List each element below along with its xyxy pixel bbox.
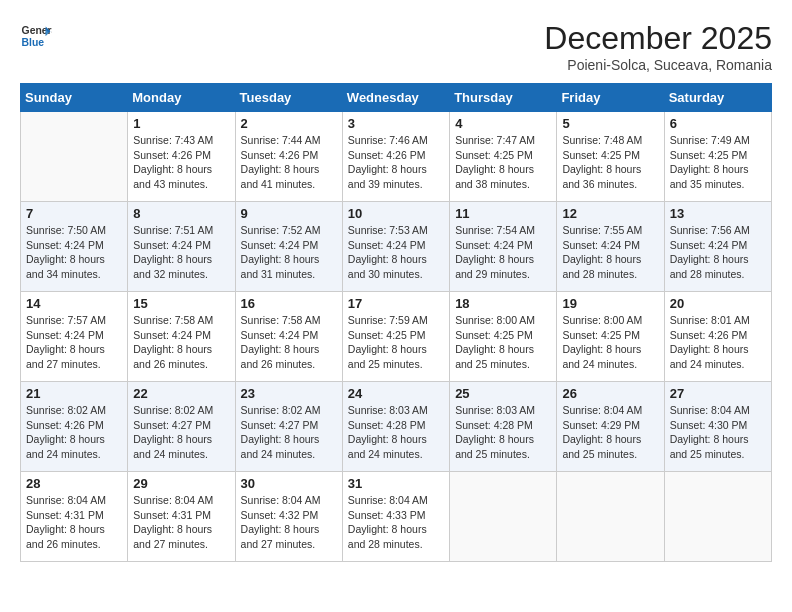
day-number: 24 [348, 386, 444, 401]
cell-info: Sunrise: 8:01 AMSunset: 4:26 PMDaylight:… [670, 313, 766, 372]
cell-info: Sunrise: 8:02 AMSunset: 4:27 PMDaylight:… [241, 403, 337, 462]
calendar-cell: 5Sunrise: 7:48 AMSunset: 4:25 PMDaylight… [557, 112, 664, 202]
calendar-cell: 7Sunrise: 7:50 AMSunset: 4:24 PMDaylight… [21, 202, 128, 292]
calendar-cell: 28Sunrise: 8:04 AMSunset: 4:31 PMDayligh… [21, 472, 128, 562]
calendar-cell: 19Sunrise: 8:00 AMSunset: 4:25 PMDayligh… [557, 292, 664, 382]
calendar-cell: 17Sunrise: 7:59 AMSunset: 4:25 PMDayligh… [342, 292, 449, 382]
cell-info: Sunrise: 8:00 AMSunset: 4:25 PMDaylight:… [455, 313, 551, 372]
cell-info: Sunrise: 7:48 AMSunset: 4:25 PMDaylight:… [562, 133, 658, 192]
page-header: General Blue December 2025 Poieni-Solca,… [20, 20, 772, 73]
cell-info: Sunrise: 8:00 AMSunset: 4:25 PMDaylight:… [562, 313, 658, 372]
weekday-header-row: SundayMondayTuesdayWednesdayThursdayFrid… [21, 84, 772, 112]
day-number: 27 [670, 386, 766, 401]
day-number: 29 [133, 476, 229, 491]
day-number: 8 [133, 206, 229, 221]
day-number: 13 [670, 206, 766, 221]
day-number: 7 [26, 206, 122, 221]
calendar-cell: 2Sunrise: 7:44 AMSunset: 4:26 PMDaylight… [235, 112, 342, 202]
cell-info: Sunrise: 7:58 AMSunset: 4:24 PMDaylight:… [133, 313, 229, 372]
cell-info: Sunrise: 8:04 AMSunset: 4:29 PMDaylight:… [562, 403, 658, 462]
day-number: 23 [241, 386, 337, 401]
day-number: 28 [26, 476, 122, 491]
calendar-cell: 10Sunrise: 7:53 AMSunset: 4:24 PMDayligh… [342, 202, 449, 292]
calendar-cell: 6Sunrise: 7:49 AMSunset: 4:25 PMDaylight… [664, 112, 771, 202]
weekday-header-friday: Friday [557, 84, 664, 112]
calendar-cell [557, 472, 664, 562]
title-block: December 2025 Poieni-Solca, Suceava, Rom… [544, 20, 772, 73]
cell-info: Sunrise: 7:57 AMSunset: 4:24 PMDaylight:… [26, 313, 122, 372]
cell-info: Sunrise: 8:02 AMSunset: 4:26 PMDaylight:… [26, 403, 122, 462]
cell-info: Sunrise: 7:52 AMSunset: 4:24 PMDaylight:… [241, 223, 337, 282]
calendar-week-row: 1Sunrise: 7:43 AMSunset: 4:26 PMDaylight… [21, 112, 772, 202]
day-number: 11 [455, 206, 551, 221]
calendar-cell: 27Sunrise: 8:04 AMSunset: 4:30 PMDayligh… [664, 382, 771, 472]
calendar-cell [450, 472, 557, 562]
calendar-cell: 3Sunrise: 7:46 AMSunset: 4:26 PMDaylight… [342, 112, 449, 202]
cell-info: Sunrise: 8:04 AMSunset: 4:31 PMDaylight:… [26, 493, 122, 552]
calendar-week-row: 7Sunrise: 7:50 AMSunset: 4:24 PMDaylight… [21, 202, 772, 292]
cell-info: Sunrise: 8:03 AMSunset: 4:28 PMDaylight:… [455, 403, 551, 462]
day-number: 21 [26, 386, 122, 401]
day-number: 22 [133, 386, 229, 401]
day-number: 12 [562, 206, 658, 221]
calendar-cell: 12Sunrise: 7:55 AMSunset: 4:24 PMDayligh… [557, 202, 664, 292]
cell-info: Sunrise: 8:04 AMSunset: 4:31 PMDaylight:… [133, 493, 229, 552]
calendar-cell: 14Sunrise: 7:57 AMSunset: 4:24 PMDayligh… [21, 292, 128, 382]
calendar-cell: 16Sunrise: 7:58 AMSunset: 4:24 PMDayligh… [235, 292, 342, 382]
day-number: 9 [241, 206, 337, 221]
day-number: 6 [670, 116, 766, 131]
cell-info: Sunrise: 7:43 AMSunset: 4:26 PMDaylight:… [133, 133, 229, 192]
cell-info: Sunrise: 8:04 AMSunset: 4:33 PMDaylight:… [348, 493, 444, 552]
calendar-cell: 15Sunrise: 7:58 AMSunset: 4:24 PMDayligh… [128, 292, 235, 382]
day-number: 14 [26, 296, 122, 311]
cell-info: Sunrise: 7:44 AMSunset: 4:26 PMDaylight:… [241, 133, 337, 192]
day-number: 26 [562, 386, 658, 401]
calendar-cell: 21Sunrise: 8:02 AMSunset: 4:26 PMDayligh… [21, 382, 128, 472]
cell-info: Sunrise: 7:51 AMSunset: 4:24 PMDaylight:… [133, 223, 229, 282]
calendar-cell: 23Sunrise: 8:02 AMSunset: 4:27 PMDayligh… [235, 382, 342, 472]
cell-info: Sunrise: 7:49 AMSunset: 4:25 PMDaylight:… [670, 133, 766, 192]
calendar-week-row: 28Sunrise: 8:04 AMSunset: 4:31 PMDayligh… [21, 472, 772, 562]
weekday-header-thursday: Thursday [450, 84, 557, 112]
calendar-cell: 1Sunrise: 7:43 AMSunset: 4:26 PMDaylight… [128, 112, 235, 202]
day-number: 4 [455, 116, 551, 131]
day-number: 19 [562, 296, 658, 311]
weekday-header-sunday: Sunday [21, 84, 128, 112]
calendar-cell: 25Sunrise: 8:03 AMSunset: 4:28 PMDayligh… [450, 382, 557, 472]
calendar-cell: 29Sunrise: 8:04 AMSunset: 4:31 PMDayligh… [128, 472, 235, 562]
day-number: 18 [455, 296, 551, 311]
calendar-cell: 24Sunrise: 8:03 AMSunset: 4:28 PMDayligh… [342, 382, 449, 472]
calendar-cell: 11Sunrise: 7:54 AMSunset: 4:24 PMDayligh… [450, 202, 557, 292]
weekday-header-monday: Monday [128, 84, 235, 112]
cell-info: Sunrise: 8:02 AMSunset: 4:27 PMDaylight:… [133, 403, 229, 462]
cell-info: Sunrise: 7:53 AMSunset: 4:24 PMDaylight:… [348, 223, 444, 282]
day-number: 16 [241, 296, 337, 311]
calendar-cell: 4Sunrise: 7:47 AMSunset: 4:25 PMDaylight… [450, 112, 557, 202]
logo-icon: General Blue [20, 20, 52, 52]
calendar-week-row: 21Sunrise: 8:02 AMSunset: 4:26 PMDayligh… [21, 382, 772, 472]
cell-info: Sunrise: 8:03 AMSunset: 4:28 PMDaylight:… [348, 403, 444, 462]
day-number: 5 [562, 116, 658, 131]
day-number: 25 [455, 386, 551, 401]
calendar-cell: 20Sunrise: 8:01 AMSunset: 4:26 PMDayligh… [664, 292, 771, 382]
calendar-cell: 22Sunrise: 8:02 AMSunset: 4:27 PMDayligh… [128, 382, 235, 472]
cell-info: Sunrise: 7:59 AMSunset: 4:25 PMDaylight:… [348, 313, 444, 372]
svg-text:Blue: Blue [22, 37, 45, 48]
calendar-cell [21, 112, 128, 202]
cell-info: Sunrise: 7:46 AMSunset: 4:26 PMDaylight:… [348, 133, 444, 192]
day-number: 15 [133, 296, 229, 311]
day-number: 3 [348, 116, 444, 131]
cell-info: Sunrise: 7:55 AMSunset: 4:24 PMDaylight:… [562, 223, 658, 282]
cell-info: Sunrise: 7:50 AMSunset: 4:24 PMDaylight:… [26, 223, 122, 282]
logo: General Blue [20, 20, 52, 52]
calendar-cell: 18Sunrise: 8:00 AMSunset: 4:25 PMDayligh… [450, 292, 557, 382]
day-number: 31 [348, 476, 444, 491]
day-number: 30 [241, 476, 337, 491]
calendar-cell: 31Sunrise: 8:04 AMSunset: 4:33 PMDayligh… [342, 472, 449, 562]
cell-info: Sunrise: 7:58 AMSunset: 4:24 PMDaylight:… [241, 313, 337, 372]
day-number: 20 [670, 296, 766, 311]
calendar-cell: 13Sunrise: 7:56 AMSunset: 4:24 PMDayligh… [664, 202, 771, 292]
location-subtitle: Poieni-Solca, Suceava, Romania [544, 57, 772, 73]
calendar-cell: 8Sunrise: 7:51 AMSunset: 4:24 PMDaylight… [128, 202, 235, 292]
cell-info: Sunrise: 8:04 AMSunset: 4:30 PMDaylight:… [670, 403, 766, 462]
